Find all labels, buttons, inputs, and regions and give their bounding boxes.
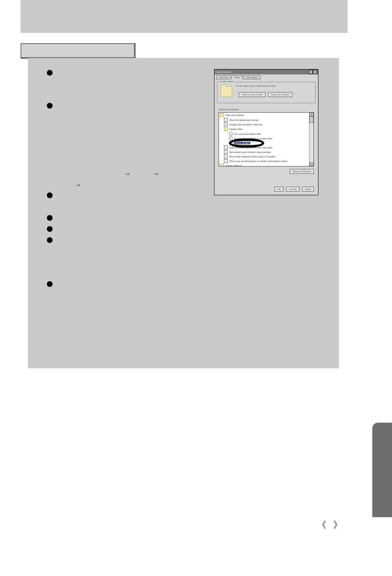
- tree-label: Visual Settings: [226, 164, 242, 167]
- bullet-icon: [47, 281, 53, 287]
- folder-views-hint: You can make all your folders look the s…: [235, 85, 276, 87]
- tab-view[interactable]: View: [231, 75, 242, 79]
- page-number-mark: 《 》: [317, 519, 342, 531]
- tree-node-files: Files and Folders: [219, 113, 314, 118]
- opt-label: Show Map Network Drive button in toolbar: [229, 155, 275, 158]
- tab-general[interactable]: General: [216, 75, 231, 79]
- folder-views-label: Folder views: [219, 80, 235, 83]
- opt-label: Remember each folder's view settings: [229, 151, 271, 153]
- bracket-left: 《: [317, 520, 326, 530]
- folder-views-frame: Folder views You can make all your folde…: [217, 82, 316, 103]
- side-tab: [372, 423, 392, 517]
- tree-label: Files and Folders: [226, 114, 244, 116]
- advanced-settings-list: Files and Folders Allow all uppercase na…: [219, 112, 314, 167]
- bullet-icon: [47, 70, 53, 76]
- scroll-up-button[interactable]: ▲: [309, 113, 314, 116]
- ok-button[interactable]: OK: [274, 187, 284, 192]
- arrow-icon: →: [124, 170, 131, 178]
- opt-netdrive[interactable]: Show Map Network Drive button in toolbar: [219, 154, 314, 159]
- titlebar-controls: ? ×: [309, 70, 317, 74]
- header-band: [21, 0, 348, 33]
- scroll-thumb[interactable]: [309, 116, 314, 123]
- tree-node-visual: Visual Settings: [219, 163, 314, 167]
- reset-all-folders-button[interactable]: Reset All Folders: [268, 92, 292, 97]
- scroll-down-button[interactable]: ▼: [309, 162, 314, 166]
- bullet-icon: [47, 215, 53, 221]
- opt-label: Allow all uppercase names: [229, 119, 258, 121]
- opt-fullpath[interactable]: Display the full path in title bar: [219, 122, 314, 127]
- tree-node-hidden: Hidden files: [219, 127, 314, 132]
- bullet-icon: [47, 237, 53, 243]
- bracket-right: 》: [333, 520, 342, 530]
- dialog-title: Folder Options: [215, 71, 231, 73]
- advanced-settings-label: Advanced settings:: [219, 108, 240, 111]
- like-current-folder-button[interactable]: Like Current Folder: [239, 92, 265, 97]
- bullet-icon: [47, 103, 53, 109]
- tab-filetypes[interactable]: File Types: [243, 75, 260, 79]
- highlight-circle: [229, 139, 264, 148]
- listbox-scrollbar[interactable]: ▲ ▼: [309, 113, 314, 166]
- help-button[interactable]: ?: [309, 70, 313, 74]
- dialog-tabs: General View File Types: [216, 75, 261, 79]
- folder-icon: [221, 86, 232, 97]
- section-tab-inner: [21, 44, 134, 57]
- dialog-titlebar: Folder Options ? ×: [214, 69, 318, 74]
- opt-label: Show pop-up description for folder and d…: [229, 160, 288, 162]
- close-button[interactable]: ×: [313, 70, 317, 74]
- opt-uppercase[interactable]: Allow all uppercase names: [219, 118, 314, 122]
- apply-button[interactable]: Apply: [302, 187, 314, 192]
- bullet-icon: [47, 192, 53, 198]
- opt-label: Display the full path in title bar: [229, 123, 262, 126]
- section-tab: [21, 43, 136, 59]
- opt-label: Do not show hidden files: [234, 133, 261, 135]
- arrow-icon: →: [153, 170, 159, 178]
- opt-remember[interactable]: Remember each folder's view settings: [219, 150, 314, 154]
- tree-label: Hidden files: [230, 128, 242, 130]
- restore-defaults-button[interactable]: Restore Defaults: [290, 169, 314, 174]
- bullet-icon: [47, 226, 53, 232]
- cancel-button[interactable]: Cancel: [286, 187, 300, 192]
- opt-popup[interactable]: Show pop-up description for folder and d…: [219, 159, 314, 163]
- opt-donot-show-hidden[interactable]: Do not show hidden files: [219, 132, 314, 136]
- folder-options-dialog: Folder Options ? × General View File Typ…: [214, 69, 318, 195]
- arrow-icon: →: [75, 181, 81, 189]
